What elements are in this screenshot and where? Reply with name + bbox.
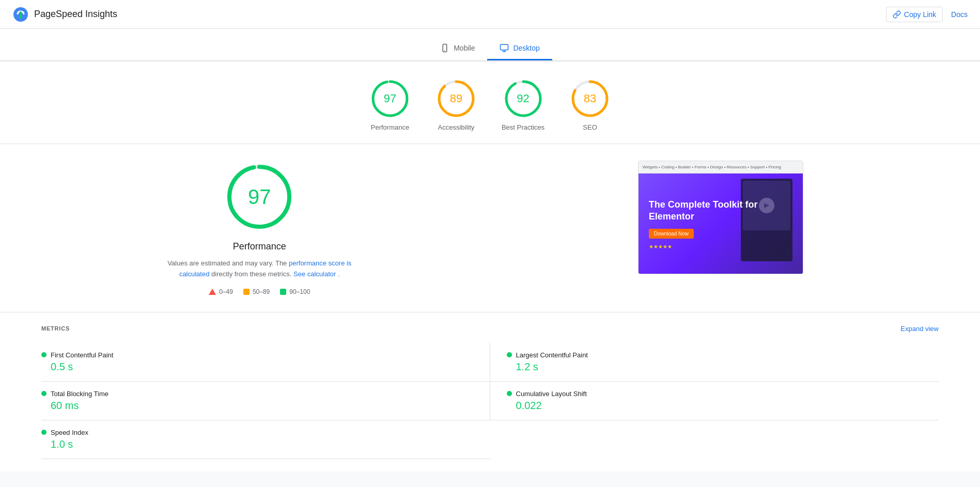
big-score-number: 97 [248, 185, 271, 209]
legend-green: 90–100 [280, 288, 310, 295]
perf-desc-end: . [338, 270, 340, 278]
copy-link-button[interactable]: Copy Link [886, 7, 943, 22]
app-title: PageSpeed Insights [34, 9, 117, 20]
copy-link-label: Copy Link [904, 10, 936, 19]
big-circle: 97 [223, 161, 295, 233]
legend-green-label: 90–100 [289, 288, 310, 295]
screenshot-content: The Complete Toolkit for Elementor Downl… [639, 174, 803, 274]
score-label-best-practices: Best Practices [502, 123, 545, 131]
metric-value-fcp: 0.5 s [41, 361, 473, 373]
metric-value-si: 1.0 s [41, 438, 474, 450]
score-value-performance: 97 [384, 92, 396, 105]
header-left: PageSpeed Insights [12, 6, 117, 23]
metric-dot-si [41, 430, 46, 435]
screenshot-nav: Widgets • Coding • Builder • Forms • Des… [643, 165, 781, 169]
legend-triangle-icon [209, 289, 216, 295]
tab-bar: Mobile Desktop [0, 29, 980, 61]
metric-item-lcp: Largest Contentful Paint 1.2 s [490, 343, 939, 382]
screenshot-stars: ★★★★★ [649, 244, 792, 249]
score-label-seo: SEO [583, 123, 597, 131]
metric-name-fcp: First Contentful Paint [51, 351, 113, 359]
metric-value-tbt: 60 ms [41, 400, 473, 412]
screenshot-cta-button: Download Now [649, 229, 694, 239]
scores-row: 97 Performance 89 Accessibility [0, 78, 980, 131]
perf-title: Performance [233, 241, 286, 252]
legend-green-dot [280, 289, 286, 295]
metric-name-tbt: Total Blocking Time [51, 390, 108, 398]
metric-dot-cls [507, 391, 512, 396]
perf-desc-text: Values are estimated and may vary. The [167, 259, 287, 267]
metric-item-tbt: Total Blocking Time 60 ms [41, 382, 490, 420]
desktop-icon [500, 43, 509, 53]
metrics-section: METRICS Expand view First Contentful Pai… [0, 312, 980, 472]
metric-name-row-cls: Cumulative Layout Shift [507, 390, 939, 398]
metric-value-cls: 0.022 [507, 400, 939, 412]
svg-point-3 [444, 50, 445, 51]
score-card-accessibility[interactable]: 89 Accessibility [435, 78, 477, 131]
score-label-performance: Performance [371, 123, 409, 131]
score-value-accessibility: 89 [450, 92, 462, 105]
perf-description: Values are estimated and may vary. The p… [161, 258, 357, 280]
scores-section: 97 Performance 89 Accessibility [0, 61, 980, 144]
legend-red: 0–49 [209, 288, 233, 295]
header: PageSpeed Insights Copy Link Docs [0, 0, 980, 29]
legend: 0–49 50–89 90–100 [209, 288, 310, 295]
score-label-accessibility: Accessibility [438, 123, 475, 131]
metric-name-si: Speed Index [51, 429, 88, 436]
screenshot-area: Widgets • Coding • Builder • Forms • Des… [503, 161, 939, 274]
tab-desktop-label: Desktop [513, 44, 539, 52]
psi-logo-icon [12, 6, 29, 23]
expand-view-button[interactable]: Expand view [900, 325, 939, 333]
metric-value-lcp: 1.2 s [507, 361, 939, 373]
link-icon [893, 10, 901, 19]
legend-orange: 50–89 [243, 288, 270, 295]
perf-calculator-link[interactable]: See calculator [293, 270, 336, 278]
metric-item-si: Speed Index 1.0 s [41, 420, 490, 459]
detail-inner: 97 Performance Values are estimated and … [0, 161, 980, 295]
score-circle-performance: 97 [369, 78, 411, 119]
score-card-seo[interactable]: 83 SEO [569, 78, 611, 131]
screenshot-headline: The Complete Toolkit for Elementor [649, 199, 792, 223]
score-card-performance[interactable]: 97 Performance [369, 78, 411, 131]
metric-name-lcp: Largest Contentful Paint [516, 351, 588, 359]
metric-name-row-fcp: First Contentful Paint [41, 351, 473, 359]
metric-name-row-lcp: Largest Contentful Paint [507, 351, 939, 359]
screenshot-top-bar: Widgets • Coding • Builder • Forms • Des… [639, 161, 803, 174]
tab-mobile-label: Mobile [454, 44, 475, 52]
screenshot-text-area: The Complete Toolkit for Elementor Downl… [649, 199, 792, 250]
svg-point-1 [20, 17, 22, 19]
mobile-icon [440, 43, 449, 53]
score-circle-accessibility: 89 [435, 78, 477, 119]
score-card-best-practices[interactable]: 92 Best Practices [502, 78, 545, 131]
perf-desc-mid: directly from these metrics. [211, 270, 293, 278]
tab-desktop[interactable]: Desktop [487, 37, 552, 60]
metric-name-row-tbt: Total Blocking Time [41, 390, 473, 398]
metric-dot-lcp [507, 352, 512, 357]
detail-section: 97 Performance Values are estimated and … [0, 144, 980, 312]
score-circle-seo: 83 [569, 78, 611, 119]
metrics-header: METRICS Expand view [41, 325, 939, 333]
header-right: Copy Link Docs [886, 7, 968, 22]
metric-name-row-si: Speed Index [41, 429, 474, 436]
score-value-best-practices: 92 [517, 92, 529, 105]
docs-link[interactable]: Docs [951, 10, 968, 19]
metric-name-cls: Cumulative Layout Shift [516, 390, 587, 398]
perf-gauge-area: 97 Performance Values are estimated and … [41, 161, 478, 295]
metric-dot-tbt [41, 391, 46, 396]
svg-rect-4 [501, 44, 508, 50]
score-circle-best-practices: 92 [503, 78, 544, 119]
legend-red-label: 0–49 [219, 288, 233, 295]
legend-orange-dot [243, 289, 250, 295]
tab-mobile[interactable]: Mobile [428, 37, 487, 60]
metrics-title: METRICS [41, 325, 70, 332]
score-value-seo: 83 [584, 92, 596, 105]
metric-item-fcp: First Contentful Paint 0.5 s [41, 343, 490, 382]
screenshot-frame: Widgets • Coding • Builder • Forms • Des… [638, 161, 803, 274]
legend-orange-label: 50–89 [253, 288, 270, 295]
metric-dot-fcp [41, 352, 46, 357]
metric-item-cls: Cumulative Layout Shift 0.022 [490, 382, 939, 420]
metrics-grid: First Contentful Paint 0.5 s Largest Con… [41, 343, 939, 459]
